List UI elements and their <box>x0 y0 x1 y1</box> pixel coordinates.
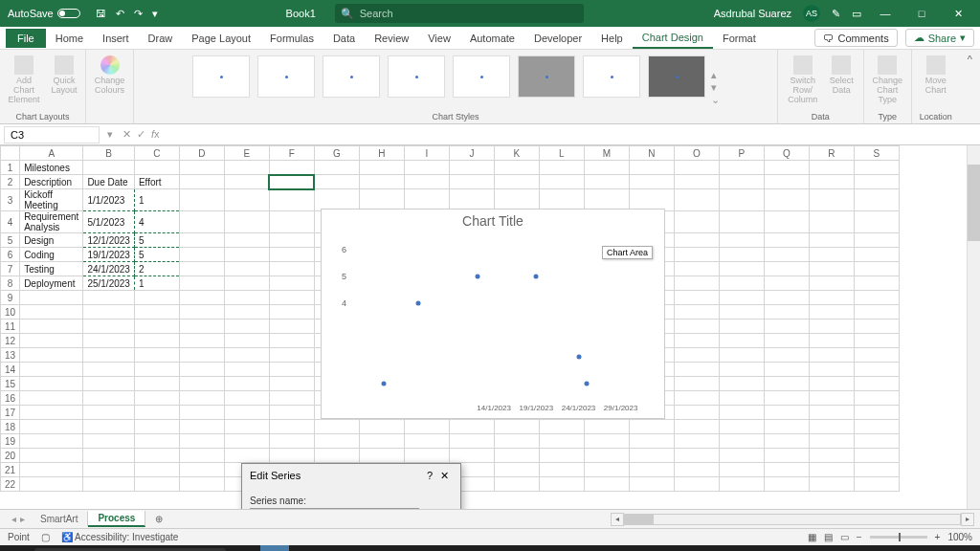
cell-S7[interactable] <box>854 262 899 276</box>
cell-C19[interactable] <box>134 434 179 449</box>
cell-C9[interactable] <box>134 291 179 305</box>
cell-R9[interactable] <box>809 291 854 305</box>
cell-C16[interactable] <box>134 391 179 406</box>
ribbon-mode-icon[interactable]: ▭ <box>852 8 861 20</box>
cell-G18[interactable] <box>314 420 359 434</box>
cell-B10[interactable] <box>83 305 135 320</box>
cell-A16[interactable] <box>20 391 83 406</box>
cell-L19[interactable] <box>539 434 584 449</box>
cell-Q7[interactable] <box>764 262 809 276</box>
data-point[interactable] <box>534 275 539 279</box>
tab-data[interactable]: Data <box>323 29 365 48</box>
tab-insert[interactable]: Insert <box>93 29 139 48</box>
cell-B11[interactable] <box>83 320 135 334</box>
cell-R5[interactable] <box>809 233 854 248</box>
taskbar-app-1[interactable]: 🖼 <box>260 545 289 551</box>
cell-E9[interactable] <box>224 291 269 305</box>
cell-Q18[interactable] <box>764 420 809 434</box>
cell-E20[interactable] <box>224 449 269 463</box>
cell-S9[interactable] <box>854 291 899 305</box>
cell-Q20[interactable] <box>764 449 809 463</box>
data-point[interactable] <box>382 382 387 386</box>
cell-A21[interactable] <box>20 463 83 477</box>
user-name[interactable]: Asdrubal Suarez <box>714 8 791 19</box>
cell-G2[interactable] <box>314 175 359 189</box>
cell-C14[interactable] <box>134 363 179 377</box>
cell-P1[interactable] <box>719 161 764 175</box>
cell-C20[interactable] <box>134 449 179 463</box>
cell-F9[interactable] <box>269 291 314 305</box>
cell-B15[interactable] <box>83 377 135 391</box>
cell-P14[interactable] <box>719 363 764 377</box>
cell-S18[interactable] <box>854 420 899 434</box>
cell-F3[interactable] <box>269 189 314 211</box>
cell-N1[interactable] <box>629 161 674 175</box>
cell-E6[interactable] <box>224 248 269 262</box>
cell-S17[interactable] <box>854 406 899 420</box>
save-icon[interactable]: 🖫 <box>96 8 106 19</box>
cell-R3[interactable] <box>809 189 854 211</box>
cell-Q19[interactable] <box>764 434 809 449</box>
cell-Q3[interactable] <box>764 189 809 211</box>
cell-A19[interactable] <box>20 434 83 449</box>
cell-R21[interactable] <box>809 463 854 477</box>
cell-K22[interactable] <box>494 477 539 492</box>
cell-C4[interactable]: 4 <box>134 211 179 233</box>
plot-area[interactable]: 45614/1/202319/1/202324/1/202329/1/2023 <box>350 236 655 397</box>
cell-P21[interactable] <box>719 463 764 477</box>
cell-D2[interactable] <box>179 175 224 189</box>
cell-R2[interactable] <box>809 175 854 189</box>
cell-K19[interactable] <box>494 434 539 449</box>
cell-O9[interactable] <box>674 291 719 305</box>
cell-C1[interactable] <box>134 161 179 175</box>
tab-file[interactable]: File <box>6 29 46 48</box>
tab-view[interactable]: View <box>418 29 460 48</box>
cell-B22[interactable] <box>83 477 135 492</box>
pen-icon[interactable]: ✎ <box>832 8 840 20</box>
name-box[interactable]: C3 <box>4 126 100 143</box>
cell-O2[interactable] <box>674 175 719 189</box>
cell-C22[interactable] <box>134 477 179 492</box>
user-avatar[interactable]: AS <box>803 5 820 22</box>
cell-A6[interactable]: Coding <box>20 248 83 262</box>
taskbar-word-icon[interactable]: W <box>444 545 473 551</box>
cell-S8[interactable] <box>854 276 899 291</box>
scroll-right-icon[interactable]: ▸ <box>961 513 974 526</box>
chart-object[interactable]: Chart Title Chart Area 45614/1/202319/1/… <box>321 209 665 419</box>
change-colors-button[interactable]: Change Colours <box>91 54 129 98</box>
cell-D20[interactable] <box>179 449 224 463</box>
autosave-switch-icon[interactable] <box>57 9 80 18</box>
cell-F16[interactable] <box>269 391 314 406</box>
cell-E17[interactable] <box>224 406 269 420</box>
cell-B3[interactable]: 1/1/2023 <box>83 189 135 211</box>
taskbar-excel-icon[interactable]: X <box>352 545 381 551</box>
cell-O7[interactable] <box>674 262 719 276</box>
cell-R17[interactable] <box>809 406 854 420</box>
cell-H19[interactable] <box>359 434 404 449</box>
cell-C13[interactable] <box>134 348 179 363</box>
cell-E1[interactable] <box>224 161 269 175</box>
chart-title[interactable]: Chart Title <box>322 209 664 232</box>
dialog-help-button[interactable]: ? <box>423 470 436 482</box>
next-sheet-icon[interactable]: ▸ <box>20 514 25 524</box>
cell-C6[interactable]: 5 <box>134 248 179 262</box>
cell-P20[interactable] <box>719 449 764 463</box>
cell-P12[interactable] <box>719 334 764 348</box>
cell-D18[interactable] <box>179 420 224 434</box>
cell-R22[interactable] <box>809 477 854 492</box>
cell-R16[interactable] <box>809 391 854 406</box>
cell-S12[interactable] <box>854 334 899 348</box>
cell-A4[interactable]: Requirement Analysis <box>20 211 83 233</box>
tab-automate[interactable]: Automate <box>460 29 524 48</box>
cell-B7[interactable]: 24/1/2023 <box>83 262 135 276</box>
cell-P4[interactable] <box>719 211 764 233</box>
cell-F11[interactable] <box>269 320 314 334</box>
cell-A13[interactable] <box>20 348 83 363</box>
styles-up-icon[interactable]: ▴ <box>711 69 720 81</box>
search-box[interactable]: 🔍 Search <box>335 4 584 23</box>
cell-F8[interactable] <box>269 276 314 291</box>
vertical-scrollbar[interactable] <box>967 145 980 509</box>
cell-O21[interactable] <box>674 463 719 477</box>
cell-Q1[interactable] <box>764 161 809 175</box>
cell-R11[interactable] <box>809 320 854 334</box>
